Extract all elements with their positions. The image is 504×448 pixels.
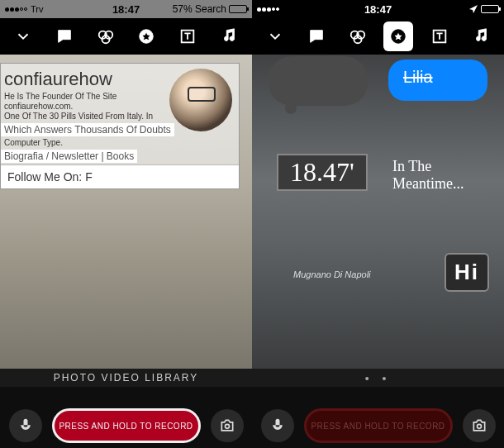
card-line1: He Is The Founder Of The Site confiaureh…: [1, 92, 158, 112]
svg-point-5: [225, 424, 229, 428]
carrier-label: Trv: [31, 4, 43, 14]
card-highlight1: Which Answers Thousands Of Doubts: [1, 123, 174, 136]
nav-bar: [252, 18, 504, 55]
music-icon[interactable]: [214, 21, 244, 51]
nav-bar: [0, 18, 252, 55]
status-bar: 18:47: [252, 0, 504, 18]
thought-bubble: [269, 56, 368, 106]
message-text: Lilia: [403, 68, 433, 87]
page-indicator: • •: [252, 372, 504, 387]
svg-point-11: [477, 424, 481, 428]
hi-sticker[interactable]: Hi: [445, 253, 489, 292]
filters-icon[interactable]: [91, 21, 121, 51]
screen-right: 18:47 Lilia 18.47' In The Meantime... Mu…: [252, 0, 504, 448]
bottom-bar: PRESS AND HOLD TO RECORD: [252, 387, 504, 448]
location-arrow-icon: [468, 4, 478, 14]
card-subtext: Computer Type.: [1, 138, 158, 148]
speech-bubble-icon[interactable]: [50, 21, 79, 51]
carrier-signal-icon: [257, 7, 279, 12]
record-button[interactable]: PRESS AND HOLD TO RECORD: [52, 408, 201, 443]
text-icon[interactable]: [425, 21, 454, 51]
mic-button[interactable]: [261, 409, 294, 442]
battery-text: 57% Search: [173, 3, 226, 15]
avatar: [169, 69, 232, 131]
follow-row[interactable]: Follow Me On: F: [1, 164, 239, 188]
carrier-signal-icon: [5, 7, 27, 12]
music-icon[interactable]: [466, 21, 496, 51]
mic-button[interactable]: [9, 409, 42, 442]
card-line2: One Of The 30 Pills Visited From Italy. …: [1, 112, 158, 122]
status-bar: Trv 18:47 57% Search: [0, 0, 252, 18]
chevron-down-icon[interactable]: [260, 21, 290, 51]
time-sticker[interactable]: 18.47': [277, 154, 368, 191]
battery-icon: [229, 5, 247, 13]
bottom-bar: PRESS AND HOLD TO RECORD: [0, 387, 252, 448]
clock: 18:47: [112, 3, 140, 16]
card-highlight2: Biografia / Newsletter | Books: [1, 150, 137, 163]
camera-button[interactable]: [211, 409, 244, 442]
profile-card: confiaurehow He Is The Founder Of The Si…: [0, 63, 240, 189]
content-area: Lilia 18.47' In The Meantime... Mugnano …: [252, 55, 504, 369]
record-button[interactable]: PRESS AND HOLD TO RECORD: [304, 408, 453, 443]
library-caption[interactable]: PHOTO VIDEO LIBRARY: [0, 372, 252, 387]
message-bubble: Lilia: [388, 60, 487, 101]
meantime-label: In The Meantime...: [392, 158, 504, 193]
camera-button[interactable]: [463, 409, 496, 442]
speech-bubble-icon[interactable]: [302, 21, 331, 51]
battery-icon: [481, 5, 499, 13]
star-icon[interactable]: [383, 21, 413, 51]
star-icon[interactable]: [131, 21, 161, 51]
chevron-down-icon[interactable]: [8, 21, 38, 51]
clock: 18:47: [364, 3, 392, 16]
screen-left: Trv 18:47 57% Search confiaurehow He Is …: [0, 0, 252, 448]
text-icon[interactable]: [173, 21, 202, 51]
location-sticker[interactable]: Mugnano Di Napoli: [293, 269, 371, 279]
filters-icon[interactable]: [343, 21, 373, 51]
content-area: confiaurehow He Is The Founder Of The Si…: [0, 55, 252, 369]
